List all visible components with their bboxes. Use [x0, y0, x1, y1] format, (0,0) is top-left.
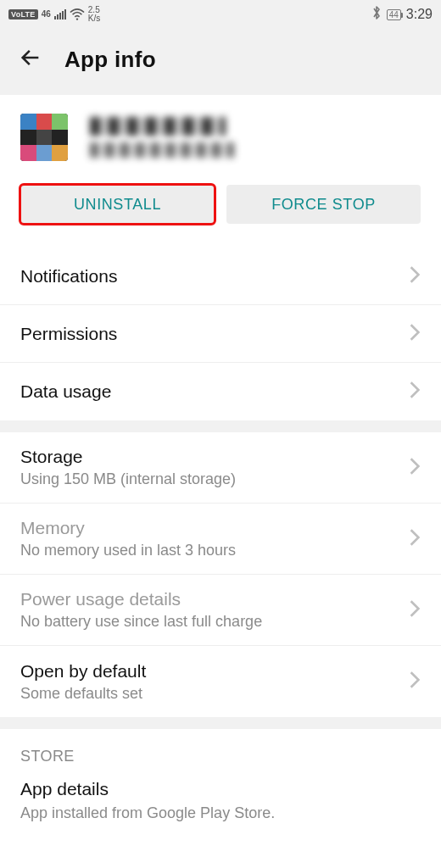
chevron-right-icon — [409, 457, 421, 479]
row-sub: No battery use since last full charge — [20, 613, 409, 631]
app-version-redacted — [90, 142, 234, 158]
row-sub: App installed from Google Play Store. — [20, 804, 421, 822]
chevron-right-icon — [409, 323, 421, 345]
row-label: Notifications — [20, 266, 409, 287]
row-label: Storage — [20, 447, 409, 467]
row-sub: No memory used in last 3 hours — [20, 542, 409, 559]
row-memory[interactable]: Memory No memory used in last 3 hours — [0, 504, 441, 575]
app-icon — [20, 114, 68, 161]
chevron-right-icon — [409, 265, 421, 287]
status-bar: VoLTE 46 2.5 K/s 44 3:29 — [0, 0, 441, 29]
row-open-by-default[interactable]: Open by default Some defaults set — [0, 646, 441, 717]
row-label: Data usage — [20, 381, 409, 402]
row-storage[interactable]: Storage Using 150 MB (internal storage) — [0, 432, 441, 504]
row-data-usage[interactable]: Data usage — [0, 363, 441, 420]
app-name-redacted — [90, 117, 226, 136]
chevron-right-icon — [409, 381, 421, 403]
row-permissions[interactable]: Permissions — [0, 305, 441, 363]
wifi-icon — [70, 8, 85, 20]
uninstall-button[interactable]: UNINSTALL — [20, 185, 215, 224]
row-label: App details — [20, 779, 421, 799]
app-bar: App info — [0, 29, 441, 95]
row-power[interactable]: Power usage details No battery use since… — [0, 575, 441, 646]
clock: 3:29 — [406, 7, 433, 22]
app-identity — [0, 95, 441, 170]
svg-point-0 — [76, 18, 78, 19]
row-sub: Using 150 MB (internal storage) — [20, 470, 409, 488]
row-label: Permissions — [20, 324, 409, 344]
row-app-details[interactable]: App details App installed from Google Pl… — [0, 774, 441, 839]
force-stop-button[interactable]: FORCE STOP — [226, 185, 421, 224]
net-speed: 2.5 K/s — [88, 6, 100, 23]
row-label: Memory — [20, 518, 409, 538]
chevron-right-icon — [409, 599, 421, 621]
row-label: Open by default — [20, 661, 409, 682]
back-icon[interactable] — [19, 46, 42, 73]
volte-badge: VoLTE — [8, 9, 38, 19]
row-label: Power usage details — [20, 589, 409, 609]
chevron-right-icon — [409, 528, 421, 550]
row-notifications[interactable]: Notifications — [0, 248, 441, 305]
chevron-right-icon — [409, 670, 421, 693]
row-sub: Some defaults set — [20, 685, 409, 703]
network-gen: 46 — [42, 10, 51, 19]
bluetooth-icon — [371, 5, 382, 24]
signal-icon — [54, 9, 66, 19]
store-header: STORE — [0, 729, 441, 774]
battery-icon: 44 — [387, 9, 401, 20]
page-title: App info — [64, 47, 156, 73]
